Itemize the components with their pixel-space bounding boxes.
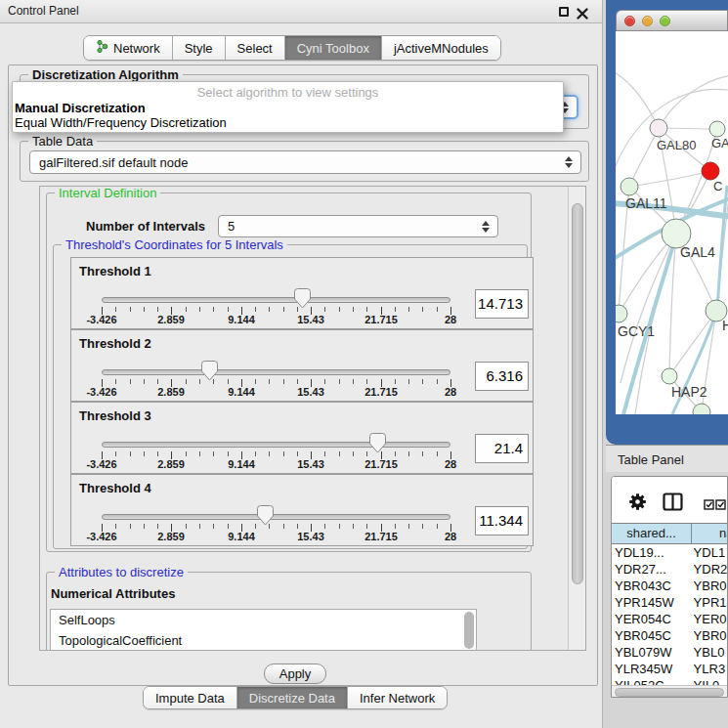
scale-label: 15.43 — [297, 386, 324, 398]
cell[interactable]: YER054C — [612, 612, 694, 628]
cell[interactable]: YBR043C — [612, 578, 694, 595]
table-row[interactable]: YDR27...YDR2 — [612, 562, 727, 578]
tab-select[interactable]: Select — [226, 36, 285, 60]
apply-button[interactable]: Apply — [264, 664, 326, 684]
settings-vertical-scrollbar[interactable] — [568, 187, 585, 650]
threshold-4-value-field[interactable]: 11.344 — [475, 506, 529, 535]
node-gal80[interactable] — [650, 119, 667, 137]
scrollbar-thumb[interactable] — [615, 688, 724, 697]
list-scrollbar[interactable] — [464, 612, 474, 649]
cell[interactable]: YDR27... — [612, 562, 694, 578]
threshold-3-label: Threshold 3 — [79, 408, 151, 423]
threshold-3-value-field[interactable]: 21.4 — [475, 434, 529, 463]
node-gcy1[interactable] — [616, 305, 627, 322]
cell[interactable]: YDL1 — [694, 545, 727, 562]
checkbox-select-icon[interactable] — [704, 496, 714, 514]
tab-network-label: Network — [113, 41, 160, 56]
node-label: C — [713, 179, 722, 193]
float-window-icon[interactable] — [559, 7, 569, 17]
discretization-algorithm-group-title: Discretization Algorithm — [28, 67, 183, 82]
tab-style-label: Style — [185, 41, 213, 56]
combo-arrows-icon — [482, 221, 490, 233]
scale-label: 15.43 — [297, 458, 324, 470]
threshold-4-slider-thumb[interactable] — [257, 505, 274, 526]
cell[interactable]: YBL0 — [694, 645, 727, 662]
numerical-attributes-list[interactable]: SelfLoops TopologicalCoefficient Between… — [50, 609, 477, 651]
cell[interactable]: YPR145W — [612, 595, 694, 612]
threshold-3-slider-thumb[interactable] — [369, 433, 386, 453]
number-of-intervals-combobox[interactable]: 5 — [218, 215, 498, 237]
node-top-right[interactable] — [709, 121, 725, 137]
checkbox-select-all-icon[interactable] — [715, 496, 726, 514]
scale-label: 28 — [445, 314, 456, 325]
list-item-selfloops[interactable]: SelfLoops — [51, 610, 476, 630]
settings-gear-icon[interactable] — [629, 493, 646, 514]
node-selected-red[interactable] — [702, 162, 719, 180]
cyni-bottom-tabstrip: Impute Data Discretize Data Infer Networ… — [143, 686, 448, 709]
cell[interactable]: YDR2 — [694, 562, 727, 578]
cell[interactable]: YBL079W — [612, 645, 694, 662]
network-nodes[interactable] — [616, 119, 727, 414]
column-header-shared-name[interactable]: shared... — [612, 524, 692, 543]
threshold-4-label: Threshold 4 — [79, 481, 151, 495]
cell[interactable]: YDL19... — [612, 545, 694, 562]
scale-label: 15.43 — [297, 314, 324, 325]
table-row[interactable]: YDL19...YDL1 — [612, 545, 727, 562]
threshold-1-value-field[interactable]: 14.713 — [475, 289, 529, 319]
cell[interactable]: YLR3 — [694, 662, 727, 678]
threshold-2-value-field[interactable]: 6.316 — [475, 362, 529, 391]
cell[interactable]: YBR045C — [612, 628, 694, 645]
threshold-2-slider-thumb[interactable] — [201, 361, 218, 381]
table-row[interactable]: YER054CYER0 — [612, 612, 727, 628]
scale-label: 9.144 — [228, 531, 255, 542]
column-header-name[interactable]: na — [692, 524, 728, 543]
table-row[interactable]: YBR043CYBR0 — [612, 578, 727, 595]
tab-style[interactable]: Style — [173, 36, 226, 60]
threshold-3-slider-track[interactable] — [102, 442, 450, 448]
minimize-traffic-light-icon[interactable] — [642, 16, 653, 26]
close-traffic-light-icon[interactable] — [624, 16, 635, 26]
threshold-1-slider-track[interactable] — [102, 297, 450, 303]
cell[interactable]: YER0 — [694, 612, 727, 628]
table-row[interactable]: YPR145WYPR1 — [612, 595, 727, 612]
scrollbar-thumb[interactable] — [572, 203, 583, 584]
threshold-1-label: Threshold 1 — [79, 264, 151, 278]
node-hap2[interactable] — [662, 368, 677, 384]
number-of-intervals-label: Number of Intervals — [86, 219, 205, 234]
network-window-titlebar[interactable] — [616, 10, 728, 31]
tab-infer-network[interactable]: Infer Network — [348, 687, 447, 708]
table-row[interactable]: YBL079WYBL0 — [612, 645, 727, 662]
tab-impute-data[interactable]: Impute Data — [144, 687, 237, 708]
node-label: GAL4 — [680, 244, 715, 260]
table-data-combobox[interactable]: galFiltered.sif default node — [29, 150, 581, 174]
cell[interactable]: YPR1 — [694, 595, 727, 612]
node-gal11[interactable] — [621, 178, 638, 195]
network-view-window[interactable]: GAL80 GA C GAL11 GAL4 GCY1 H HAP2 — [606, 0, 728, 445]
list-item-topologicalcoefficient[interactable]: TopologicalCoefficient — [51, 630, 476, 651]
table-row[interactable]: YLR345WYLR3 — [612, 662, 727, 678]
column-browser-icon[interactable] — [663, 492, 683, 515]
popup-option-manual-discretization[interactable]: Manual Discretization — [15, 101, 146, 115]
slider-ticks — [102, 307, 451, 315]
threshold-4-slider-track[interactable] — [102, 514, 450, 520]
threshold-3-panel: Threshold 3 -3.426 2.859 9.144 15.43 21.… — [70, 402, 534, 474]
tab-discretize-data[interactable]: Discretize Data — [237, 687, 348, 708]
cell[interactable]: YBR0 — [694, 628, 727, 645]
threshold-2-slider-track[interactable] — [102, 369, 450, 375]
table-horizontal-scrollbar[interactable] — [612, 685, 727, 698]
threshold-1-slider-thumb[interactable] — [294, 288, 311, 309]
settings-scrollpane: Interval Definition Number of Intervals … — [39, 186, 586, 651]
network-canvas[interactable]: GAL80 GA C GAL11 GAL4 GCY1 H HAP2 — [616, 31, 728, 414]
cell[interactable]: YLR345W — [612, 662, 694, 678]
tab-cyni-toolbox[interactable]: Cyni Toolbox — [285, 36, 382, 60]
attributes-group-title: Attributes to discretize — [55, 565, 188, 579]
tab-impute-data-label: Impute Data — [155, 691, 225, 706]
popup-option-equal-width-frequency[interactable]: Equal Width/Frequency Discretization — [15, 115, 227, 130]
close-icon[interactable] — [577, 6, 588, 18]
table-row[interactable]: YBR045CYBR0 — [612, 628, 727, 645]
tab-network[interactable]: Network — [84, 36, 173, 60]
tab-jactivemnodules[interactable]: jActiveMNodules — [382, 36, 500, 60]
cell[interactable]: YBR0 — [694, 578, 727, 595]
zoom-traffic-light-icon[interactable] — [660, 16, 670, 26]
table-column-headers: shared... na — [612, 523, 728, 544]
